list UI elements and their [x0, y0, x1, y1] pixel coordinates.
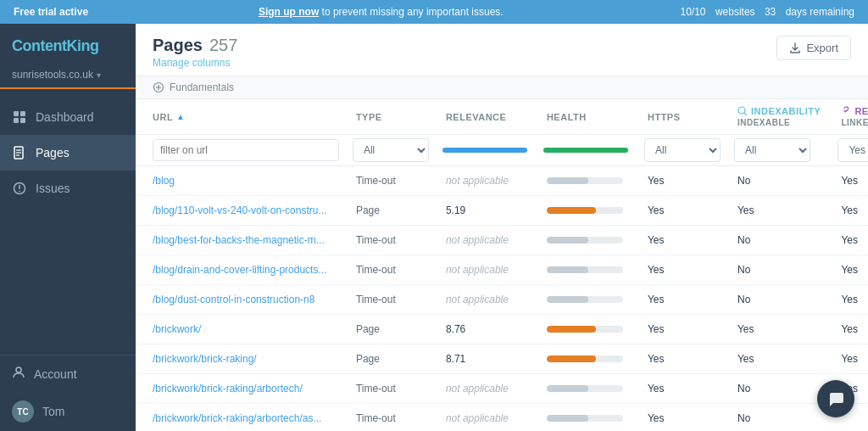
- signup-prompt: Sign up now to prevent missing any impor…: [88, 6, 673, 18]
- pages-icon: [12, 145, 27, 160]
- cell-url: /brickwork/brick-raking/arbortech/as...: [136, 404, 346, 432]
- sidebar-item-account[interactable]: Account: [0, 355, 136, 392]
- pages-table: URL ▲ TYPE RELEVANCE HEALTH HTTPS Indexa…: [136, 99, 868, 431]
- col-header-url[interactable]: URL ▲: [136, 99, 346, 135]
- manage-columns-link[interactable]: Manage columns: [153, 57, 237, 69]
- cell-indexable: Yes: [727, 344, 831, 374]
- relevance-range-bar[interactable]: [442, 148, 527, 153]
- sidebar-item-issues[interactable]: Issues: [0, 171, 136, 206]
- cell-linked: Yes: [831, 255, 868, 285]
- relativity-icon: [841, 106, 851, 116]
- cell-health: [537, 196, 637, 226]
- cell-indexable: No: [727, 255, 831, 285]
- col-header-relevance[interactable]: RELEVANCE: [436, 99, 537, 135]
- website-name: sunrisetools.co.uk: [12, 69, 93, 81]
- fundamentals-icon: [153, 81, 164, 93]
- cell-url: /blog/110-volt-vs-240-volt-on-constru...: [136, 196, 346, 226]
- cell-url: /blog: [136, 166, 346, 196]
- url-filter-cell: [136, 135, 346, 166]
- url-filter-input[interactable]: [153, 139, 339, 161]
- cell-relevance: not applicable: [436, 166, 537, 196]
- cell-type: Time-out: [346, 226, 436, 255]
- cell-linked: Yes: [831, 344, 868, 374]
- cell-indexable: No: [727, 374, 831, 404]
- column-headers-row: URL ▲ TYPE RELEVANCE HEALTH HTTPS Indexa…: [136, 99, 868, 135]
- svg-point-10: [19, 191, 20, 193]
- dashboard-icon: [12, 109, 27, 125]
- table-row: /brickwork/brick-raking/arbortech/ Time-…: [136, 374, 868, 404]
- cell-https: Yes: [637, 255, 727, 285]
- cell-linked: Yes: [831, 226, 868, 255]
- user-name: Tom: [42, 405, 64, 418]
- cell-https: Yes: [637, 226, 727, 255]
- cell-health: [537, 226, 637, 255]
- svg-rect-1: [20, 111, 25, 116]
- sidebar-item-label: Dashboard: [36, 110, 94, 124]
- svg-rect-2: [14, 118, 19, 123]
- group-label: Fundamentals: [170, 81, 234, 93]
- sidebar-item-pages[interactable]: Pages: [0, 135, 136, 171]
- page-count: 257: [209, 36, 237, 55]
- cell-url: /brickwork/brick-raking/: [136, 344, 346, 374]
- cell-linked: Yes: [831, 166, 868, 196]
- chat-icon: [826, 389, 845, 408]
- col-header-https[interactable]: HTTPS: [637, 99, 727, 135]
- cell-relevance: not applicable: [436, 374, 537, 404]
- website-selector[interactable]: sunrisetools.co.uk ▾: [0, 64, 136, 89]
- sidebar: ContentKing sunrisetools.co.uk ▾ Dashboa…: [0, 24, 136, 431]
- chevron-down-icon: ▾: [97, 70, 101, 80]
- cell-type: Page: [346, 344, 436, 374]
- table-row: /blog/110-volt-vs-240-volt-on-constru...…: [136, 196, 868, 226]
- cell-health: [537, 315, 637, 344]
- table-row: /blog/dust-control-in-construction-n8 Ti…: [136, 285, 868, 315]
- pages-heading: Pages: [153, 36, 203, 55]
- https-filter-cell: All Yes No: [637, 135, 727, 166]
- type-filter-select[interactable]: All Page Time-out: [353, 138, 429, 162]
- sidebar-user: TC Tom: [0, 392, 136, 431]
- page-header: Pages 257 Manage columns Export: [136, 24, 868, 76]
- col-header-health[interactable]: HEALTH: [537, 99, 637, 135]
- cell-relevance: 5.19: [436, 196, 537, 226]
- cell-linked: Yes: [831, 285, 868, 315]
- cell-linked: Yes: [831, 315, 868, 344]
- col-header-linked: Relat LINKED: [831, 99, 868, 135]
- sidebar-item-label: Pages: [36, 146, 70, 160]
- table-row: /blog/drain-and-cover-lifting-products..…: [136, 255, 868, 285]
- sort-icon: ▲: [176, 112, 185, 121]
- page-title: Pages 257: [153, 36, 237, 55]
- cell-https: Yes: [637, 374, 727, 404]
- chat-widget[interactable]: [817, 380, 854, 417]
- cell-type: Time-out: [346, 404, 436, 432]
- group-header: Fundamentals: [136, 76, 868, 99]
- sidebar-item-label: Issues: [36, 182, 70, 195]
- sidebar-item-dashboard[interactable]: Dashboard: [0, 99, 136, 135]
- websites-label: websites: [715, 6, 755, 18]
- cell-url: /blog/drain-and-cover-lifting-products..…: [136, 255, 346, 285]
- page-title-area: Pages 257 Manage columns: [153, 36, 237, 69]
- sidebar-bottom: Account TC Tom: [0, 355, 136, 431]
- export-button[interactable]: Export: [776, 36, 851, 60]
- account-label: Account: [34, 367, 77, 381]
- cell-indexable: No: [727, 285, 831, 315]
- websites-info: 10/10 websites 33 days remaining: [674, 6, 854, 18]
- cell-type: Page: [346, 315, 436, 344]
- content-area: Pages 257 Manage columns Export Funda: [136, 24, 868, 431]
- col-header-indexable: Indexability INDEXABLE: [727, 99, 831, 135]
- cell-type: Time-out: [346, 166, 436, 196]
- cell-health: [537, 344, 637, 374]
- cell-health: [537, 255, 637, 285]
- sidebar-logo: ContentKing: [0, 24, 136, 64]
- linked-filter-select[interactable]: Yes All No: [837, 138, 868, 162]
- websites-count: 10/10: [681, 6, 706, 18]
- https-filter-select[interactable]: All Yes No: [644, 138, 721, 162]
- cell-https: Yes: [637, 344, 727, 374]
- account-icon: [12, 366, 25, 382]
- col-header-type[interactable]: TYPE: [346, 99, 436, 135]
- health-range-bar[interactable]: [543, 148, 628, 153]
- signup-link[interactable]: Sign up now: [259, 6, 319, 18]
- trial-label: Free trial active: [14, 6, 88, 18]
- cell-relevance: 8.76: [436, 315, 537, 344]
- indexable-filter-select[interactable]: All Yes No: [734, 138, 810, 162]
- cell-indexable: No: [727, 404, 831, 432]
- indexable-filter-cell: All Yes No: [727, 135, 831, 166]
